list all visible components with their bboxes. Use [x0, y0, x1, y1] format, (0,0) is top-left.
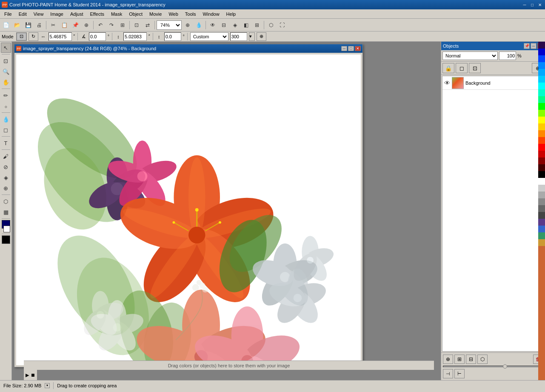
color-swatch-11[interactable]	[538, 110, 545, 117]
fullscreen-button[interactable]: ⛶	[277, 20, 287, 30]
brush-size-input[interactable]	[230, 32, 247, 41]
lock-all-button[interactable]: 🔒	[442, 63, 454, 73]
color-swatch-21[interactable]	[538, 178, 545, 185]
tool-text[interactable]: T	[1, 138, 11, 148]
color-swatch-22[interactable]	[538, 185, 545, 192]
tool-gradient[interactable]: ▦	[1, 207, 11, 217]
tool-spray[interactable]: ◈	[1, 172, 11, 183]
tool-eyedropper[interactable]: 💧	[1, 114, 11, 124]
cut-button[interactable]: ✂	[48, 20, 58, 30]
menu-object[interactable]: Object	[126, 10, 146, 18]
redo-button[interactable]: ↷	[106, 20, 117, 30]
color-swatch-6[interactable]	[538, 76, 545, 83]
opacity-input[interactable]	[499, 52, 516, 60]
color-swatch-4[interactable]	[538, 62, 545, 69]
color-swatch-1[interactable]	[538, 42, 545, 49]
color-palette-strip[interactable]	[538, 42, 545, 380]
menu-effects[interactable]: Effects	[87, 10, 108, 18]
tool-pan[interactable]: ✋	[1, 77, 11, 87]
panel-minimize-button[interactable]: ─	[531, 43, 536, 49]
maximize-button[interactable]: □	[529, 2, 536, 8]
eye-button[interactable]: 👁	[208, 20, 218, 30]
color-swatch-30[interactable]	[538, 239, 545, 246]
x-coord-input[interactable]	[49, 32, 72, 41]
doc-minimize-button[interactable]: ─	[341, 46, 347, 51]
color-swatch-19[interactable]	[538, 164, 545, 171]
toolbar-extra-3[interactable]: ⊞	[252, 20, 262, 30]
tilt-input[interactable]	[164, 32, 181, 41]
brush-size-spinner[interactable]: ▾	[249, 32, 255, 41]
copy-button[interactable]: 📋	[59, 20, 69, 30]
layer-background[interactable]: 👁 Background ⊡	[442, 76, 544, 90]
color-swatch-9[interactable]	[538, 96, 545, 103]
color-swatch-27[interactable]	[538, 219, 545, 226]
lock-position-button[interactable]: ⊡	[469, 63, 481, 73]
color-swatch-15[interactable]	[538, 137, 545, 144]
doc-close-button[interactable]: ✕	[355, 46, 361, 51]
menu-image[interactable]: Image	[47, 10, 67, 18]
align-center-button[interactable]: ⊢	[454, 369, 465, 378]
tool-crop[interactable]: ⊡	[1, 56, 11, 66]
stop-button[interactable]: ⏹	[31, 372, 35, 378]
flip-button[interactable]: ⇄	[143, 20, 153, 30]
opacity-slider-thumb[interactable]	[503, 364, 507, 369]
duplicate-layer-button[interactable]: ⊞	[454, 355, 465, 364]
doc-maximize-button[interactable]: □	[348, 46, 354, 51]
brush-type-dropdown[interactable]: Custom Normal Scatter	[190, 32, 228, 41]
tool-smart-fill[interactable]: ⬦	[1, 101, 11, 111]
color-swatch-13[interactable]	[538, 123, 545, 130]
color-swatch-20[interactable]	[538, 171, 545, 178]
canvas-area[interactable]: PP image_sprayer_transparency (24-Bit RG…	[12, 42, 441, 380]
brush-options-button[interactable]: ⊕	[257, 32, 266, 41]
toolbar-extra-2[interactable]: ◧	[241, 20, 251, 30]
paste-button[interactable]: 📌	[70, 20, 80, 30]
zoom-dropdown[interactable]: 74% 50% 100% 200%	[157, 20, 182, 30]
paste-special-button[interactable]: ⊕	[81, 20, 91, 30]
mode-normal-button[interactable]: ⊡	[16, 32, 27, 41]
color-swatch-3[interactable]	[538, 55, 545, 62]
play-button[interactable]: ▶	[26, 372, 29, 378]
black-swatch[interactable]	[2, 235, 10, 244]
visibility-toggle[interactable]: 👁	[444, 80, 450, 86]
y-coord-input[interactable]	[123, 32, 147, 41]
zoom-fit-button[interactable]: ⊕	[183, 20, 193, 30]
undo-button[interactable]: ↶	[95, 20, 106, 30]
menu-tools[interactable]: Tools	[182, 10, 200, 18]
color-swatch-18[interactable]	[538, 157, 545, 164]
tool-zoom[interactable]: 🔍	[1, 66, 11, 77]
objects-list[interactable]: 👁 Background ⊡	[442, 76, 544, 352]
align-left-button[interactable]: ⊣	[443, 369, 453, 378]
tool-brush[interactable]: ⊘	[1, 162, 11, 172]
blend-mode-dropdown[interactable]: Normal Multiply Screen Overlay	[442, 52, 498, 60]
close-button[interactable]: ✕	[536, 2, 543, 8]
color-swatch-rest[interactable]	[538, 246, 545, 380]
eyedropper-button[interactable]: 💧	[194, 20, 204, 30]
undo-list-button[interactable]: ⊞	[117, 20, 128, 30]
menu-help[interactable]: Help	[223, 10, 240, 18]
layer-button[interactable]: ⊟	[219, 20, 229, 30]
menu-adjust[interactable]: Adjust	[67, 10, 87, 18]
color-swatch-14[interactable]	[538, 130, 545, 137]
opacity-slider-track[interactable]	[443, 366, 543, 367]
color-swatch-29[interactable]	[538, 232, 545, 239]
new-layer-button[interactable]: ⊕	[443, 355, 453, 364]
menu-web[interactable]: Web	[165, 10, 181, 18]
group-layers-button[interactable]: ⬡	[477, 355, 488, 364]
color-swatch-5[interactable]	[538, 69, 545, 76]
tool-blend[interactable]: ⊕	[1, 183, 11, 193]
transform-button[interactable]: ⊡	[131, 20, 142, 30]
tool-freehand[interactable]: ✏	[1, 90, 11, 100]
menu-view[interactable]: View	[30, 10, 47, 18]
color-swatch-24[interactable]	[538, 198, 545, 205]
tool-fill[interactable]: ⬡	[1, 196, 11, 206]
menu-edit[interactable]: Edit	[15, 10, 30, 18]
tool-paint[interactable]: 🖌	[1, 151, 11, 161]
menu-movie[interactable]: Movie	[146, 10, 165, 18]
tool-eraser[interactable]: ◻	[1, 125, 11, 135]
save-button[interactable]: 💾	[23, 20, 33, 30]
color-swatch-8[interactable]	[538, 89, 545, 96]
color-swatch-28[interactable]	[538, 226, 545, 232]
color-swatch-26[interactable]	[538, 212, 545, 219]
color-swatch-17[interactable]	[538, 151, 545, 157]
color-swatch-23[interactable]	[538, 192, 545, 198]
